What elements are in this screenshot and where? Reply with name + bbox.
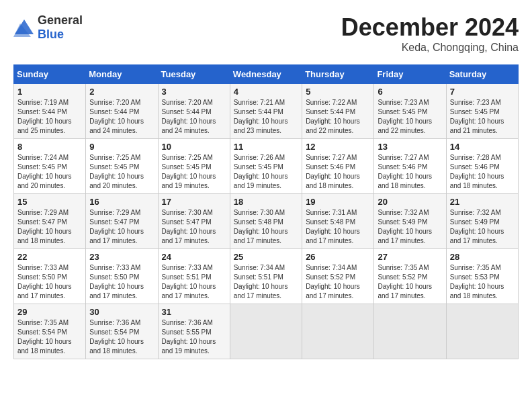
calendar-week-3: 15Sunrise: 7:29 AM Sunset: 5:47 PM Dayli… (14, 194, 519, 249)
day-number: 9 (89, 142, 154, 152)
calendar-body: 1Sunrise: 7:19 AM Sunset: 5:44 PM Daylig… (14, 84, 519, 359)
day-detail: Sunrise: 7:36 AM Sunset: 5:54 PM Dayligh… (89, 318, 154, 356)
day-number: 19 (306, 197, 370, 207)
day-number: 8 (17, 142, 82, 152)
header-wednesday: Wednesday (230, 65, 302, 84)
day-detail: Sunrise: 7:25 AM Sunset: 5:45 PM Dayligh… (162, 153, 226, 191)
day-number: 13 (378, 142, 442, 152)
day-detail: Sunrise: 7:33 AM Sunset: 5:51 PM Dayligh… (162, 263, 226, 301)
day-number: 12 (306, 142, 370, 152)
calendar-cell: 16Sunrise: 7:29 AM Sunset: 5:47 PM Dayli… (86, 194, 158, 249)
day-detail: Sunrise: 7:35 AM Sunset: 5:52 PM Dayligh… (378, 263, 442, 301)
day-number: 4 (234, 87, 298, 97)
day-number: 31 (162, 307, 226, 317)
calendar-cell (302, 304, 374, 359)
day-detail: Sunrise: 7:26 AM Sunset: 5:45 PM Dayligh… (234, 153, 298, 191)
header-thursday: Thursday (302, 65, 374, 84)
day-number: 6 (378, 87, 442, 97)
calendar-header-row: SundayMondayTuesdayWednesdayThursdayFrid… (14, 65, 519, 84)
calendar-week-2: 8Sunrise: 7:24 AM Sunset: 5:45 PM Daylig… (14, 139, 519, 194)
day-number: 16 (89, 197, 154, 207)
day-number: 21 (450, 197, 515, 207)
calendar-cell: 27Sunrise: 7:35 AM Sunset: 5:52 PM Dayli… (374, 249, 446, 304)
day-detail: Sunrise: 7:36 AM Sunset: 5:55 PM Dayligh… (162, 318, 226, 356)
logo-general: General (38, 13, 83, 27)
header-sunday: Sunday (14, 65, 86, 84)
day-number: 23 (89, 252, 154, 262)
calendar-week-1: 1Sunrise: 7:19 AM Sunset: 5:44 PM Daylig… (14, 84, 519, 139)
day-detail: Sunrise: 7:21 AM Sunset: 5:44 PM Dayligh… (234, 98, 298, 136)
calendar-cell: 26Sunrise: 7:34 AM Sunset: 5:52 PM Dayli… (302, 249, 374, 304)
calendar-cell: 23Sunrise: 7:33 AM Sunset: 5:50 PM Dayli… (86, 249, 158, 304)
calendar-cell: 19Sunrise: 7:31 AM Sunset: 5:48 PM Dayli… (302, 194, 374, 249)
calendar-cell: 24Sunrise: 7:33 AM Sunset: 5:51 PM Dayli… (158, 249, 230, 304)
calendar-cell: 9Sunrise: 7:25 AM Sunset: 5:45 PM Daylig… (86, 139, 158, 194)
day-detail: Sunrise: 7:23 AM Sunset: 5:45 PM Dayligh… (378, 98, 442, 136)
calendar-cell: 28Sunrise: 7:35 AM Sunset: 5:53 PM Dayli… (446, 249, 518, 304)
calendar-cell (230, 304, 302, 359)
day-detail: Sunrise: 7:35 AM Sunset: 5:53 PM Dayligh… (450, 263, 515, 301)
calendar-cell: 15Sunrise: 7:29 AM Sunset: 5:47 PM Dayli… (14, 194, 86, 249)
day-number: 2 (89, 87, 154, 97)
calendar-week-5: 29Sunrise: 7:35 AM Sunset: 5:54 PM Dayli… (14, 304, 519, 359)
day-detail: Sunrise: 7:28 AM Sunset: 5:46 PM Dayligh… (450, 153, 515, 191)
day-detail: Sunrise: 7:25 AM Sunset: 5:45 PM Dayligh… (89, 153, 154, 191)
day-number: 18 (234, 197, 298, 207)
calendar-cell: 1Sunrise: 7:19 AM Sunset: 5:44 PM Daylig… (14, 84, 86, 139)
calendar-cell: 7Sunrise: 7:23 AM Sunset: 5:45 PM Daylig… (446, 84, 518, 139)
calendar-cell (446, 304, 518, 359)
day-number: 27 (378, 252, 442, 262)
calendar-cell: 17Sunrise: 7:30 AM Sunset: 5:47 PM Dayli… (158, 194, 230, 249)
location-title: Keda, Chongqing, China (341, 42, 519, 54)
day-detail: Sunrise: 7:34 AM Sunset: 5:52 PM Dayligh… (306, 263, 370, 301)
day-detail: Sunrise: 7:31 AM Sunset: 5:48 PM Dayligh… (306, 208, 370, 246)
day-number: 11 (234, 142, 298, 152)
calendar-cell: 5Sunrise: 7:22 AM Sunset: 5:44 PM Daylig… (302, 84, 374, 139)
day-number: 5 (306, 87, 370, 97)
day-detail: Sunrise: 7:29 AM Sunset: 5:47 PM Dayligh… (89, 208, 154, 246)
day-number: 26 (306, 252, 370, 262)
calendar-cell: 12Sunrise: 7:27 AM Sunset: 5:46 PM Dayli… (302, 139, 374, 194)
day-detail: Sunrise: 7:32 AM Sunset: 5:49 PM Dayligh… (450, 208, 515, 246)
day-detail: Sunrise: 7:20 AM Sunset: 5:44 PM Dayligh… (89, 98, 154, 136)
calendar-cell (374, 304, 446, 359)
day-number: 25 (234, 252, 298, 262)
day-number: 15 (17, 197, 82, 207)
day-detail: Sunrise: 7:22 AM Sunset: 5:44 PM Dayligh… (306, 98, 370, 136)
logo-icon (13, 18, 35, 37)
calendar-week-4: 22Sunrise: 7:33 AM Sunset: 5:50 PM Dayli… (14, 249, 519, 304)
day-detail: Sunrise: 7:33 AM Sunset: 5:50 PM Dayligh… (17, 263, 82, 301)
day-number: 10 (162, 142, 226, 152)
calendar-cell: 31Sunrise: 7:36 AM Sunset: 5:55 PM Dayli… (158, 304, 230, 359)
calendar-cell: 18Sunrise: 7:30 AM Sunset: 5:48 PM Dayli… (230, 194, 302, 249)
day-detail: Sunrise: 7:27 AM Sunset: 5:46 PM Dayligh… (306, 153, 370, 191)
day-number: 17 (162, 197, 226, 207)
day-number: 1 (17, 87, 82, 97)
day-detail: Sunrise: 7:23 AM Sunset: 5:45 PM Dayligh… (450, 98, 515, 136)
calendar-cell: 8Sunrise: 7:24 AM Sunset: 5:45 PM Daylig… (14, 139, 86, 194)
calendar-cell: 3Sunrise: 7:20 AM Sunset: 5:44 PM Daylig… (158, 84, 230, 139)
day-detail: Sunrise: 7:20 AM Sunset: 5:44 PM Dayligh… (162, 98, 226, 136)
logo-blue: Blue (38, 28, 64, 41)
month-title: December 2024 (341, 13, 519, 42)
calendar-cell: 10Sunrise: 7:25 AM Sunset: 5:45 PM Dayli… (158, 139, 230, 194)
calendar-cell: 22Sunrise: 7:33 AM Sunset: 5:50 PM Dayli… (14, 249, 86, 304)
calendar-cell: 20Sunrise: 7:32 AM Sunset: 5:49 PM Dayli… (374, 194, 446, 249)
day-detail: Sunrise: 7:33 AM Sunset: 5:50 PM Dayligh… (89, 263, 154, 301)
header-friday: Friday (374, 65, 446, 84)
logo: General Blue (13, 13, 83, 42)
calendar-cell: 30Sunrise: 7:36 AM Sunset: 5:54 PM Dayli… (86, 304, 158, 359)
calendar-cell: 25Sunrise: 7:34 AM Sunset: 5:51 PM Dayli… (230, 249, 302, 304)
day-number: 3 (162, 87, 226, 97)
day-detail: Sunrise: 7:30 AM Sunset: 5:48 PM Dayligh… (234, 208, 298, 246)
calendar-cell: 29Sunrise: 7:35 AM Sunset: 5:54 PM Dayli… (14, 304, 86, 359)
page-header: General Blue December 2024 Keda, Chongqi… (13, 13, 519, 54)
day-number: 29 (17, 307, 82, 317)
calendar-cell: 11Sunrise: 7:26 AM Sunset: 5:45 PM Dayli… (230, 139, 302, 194)
header-tuesday: Tuesday (158, 65, 230, 84)
day-number: 22 (17, 252, 82, 262)
calendar-cell: 6Sunrise: 7:23 AM Sunset: 5:45 PM Daylig… (374, 84, 446, 139)
day-number: 30 (89, 307, 154, 317)
calendar-cell: 13Sunrise: 7:27 AM Sunset: 5:46 PM Dayli… (374, 139, 446, 194)
day-detail: Sunrise: 7:32 AM Sunset: 5:49 PM Dayligh… (378, 208, 442, 246)
